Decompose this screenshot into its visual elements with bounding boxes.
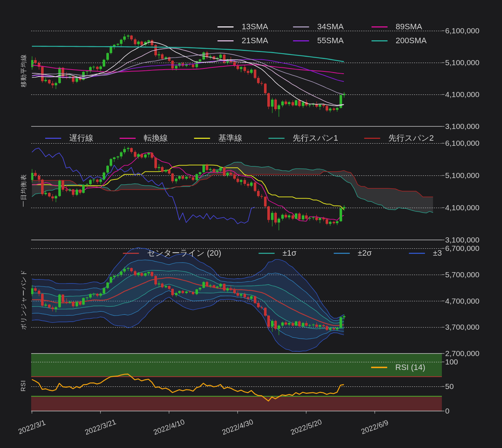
legend-label-rsi: RSI (14) bbox=[395, 363, 425, 372]
legend-item-sma89: 89SMA bbox=[371, 21, 426, 32]
legend-label-sma34: 34SMA bbox=[317, 22, 344, 32]
y-tick-label: 3,700,000 bbox=[445, 323, 479, 332]
chart-canvas bbox=[0, 0, 502, 448]
legend-label-center: センターライン (20) bbox=[147, 248, 221, 259]
legend-label-spanA: 先行スパン1 bbox=[293, 133, 338, 144]
y-tick-label: 6,100,000 bbox=[445, 26, 479, 35]
legend-swatch-sma34 bbox=[293, 26, 309, 27]
panel1-ylabel: 移動平均線 bbox=[19, 54, 28, 87]
legend-item-sma55: 55SMA bbox=[293, 35, 371, 46]
panel4-ylabel: RSI bbox=[20, 380, 27, 391]
legend-label-s1: ±1σ bbox=[283, 248, 297, 258]
y-tick-label: 0 bbox=[445, 407, 450, 415]
y-tick-label: 6,700,000 bbox=[445, 244, 479, 253]
legend-label-spanB: 先行スパン2 bbox=[388, 133, 434, 144]
legend-label-sma21: 21SMA bbox=[242, 36, 268, 45]
legend-item-kijun: 基準線 bbox=[194, 133, 242, 144]
legend-swatch-tenkan bbox=[120, 138, 136, 139]
legend-item-s2: ±2σ bbox=[334, 248, 372, 259]
y-tick-label: 4,700,000 bbox=[445, 296, 479, 305]
panel2-ylabel: 一目均衡表 bbox=[19, 174, 28, 207]
legend-item-chikou: 遅行線 bbox=[45, 133, 94, 144]
legend-item-center: センターライン (20) bbox=[123, 248, 221, 259]
y-tick-label: 50 bbox=[445, 382, 454, 391]
legend-swatch-s2 bbox=[334, 253, 350, 254]
legend-item-sma34: 34SMA bbox=[293, 21, 371, 32]
y-tick-label: 3,100,000 bbox=[445, 122, 479, 131]
legend-label-sma13: 13SMA bbox=[242, 22, 268, 32]
legend-label-sma200: 200SMA bbox=[396, 36, 426, 45]
legend-item-s3: ±3 bbox=[409, 248, 442, 259]
legend-moving-averages: 13SMA34SMA89SMA21SMA55SMA200SMA bbox=[217, 21, 426, 46]
legend-item-tenkan: 転換線 bbox=[120, 133, 168, 144]
legend-item-spanA: 先行スパン1 bbox=[268, 133, 338, 144]
y-tick-label: 5,100,000 bbox=[445, 171, 479, 180]
legend-label-s3: ±3 bbox=[433, 248, 442, 258]
legend-swatch-center bbox=[123, 253, 139, 254]
y-tick-label: 100 bbox=[445, 358, 458, 366]
y-tick-label: 5,700,000 bbox=[445, 270, 479, 279]
legend-label-sma55: 55SMA bbox=[317, 36, 344, 45]
y-tick-label: 4,100,000 bbox=[445, 203, 479, 212]
legend-label-kijun: 基準線 bbox=[218, 133, 242, 144]
y-tick-label: 3,100,000 bbox=[445, 236, 479, 244]
legend-label-chikou: 遅行線 bbox=[69, 133, 94, 144]
panel3-ylabel: ボリンジャーバンド bbox=[19, 269, 28, 330]
legend-swatch-sma200 bbox=[371, 40, 388, 41]
legend-swatch-chikou bbox=[45, 138, 61, 139]
legend-swatch-sma21 bbox=[217, 40, 234, 41]
y-tick-label: 5,100,000 bbox=[445, 58, 479, 67]
legend-rsi: RSI (14) bbox=[371, 362, 425, 373]
legend-swatch-sma13 bbox=[217, 26, 234, 27]
technical-analysis-figure: 移動平均線 一目均衡表 ボリンジャーバンド RSI 13SMA34SMA89SM… bbox=[0, 0, 502, 448]
legend-swatch-spanA bbox=[268, 138, 285, 139]
legend-item-sma21: 21SMA bbox=[217, 35, 293, 46]
legend-label-sma89: 89SMA bbox=[396, 22, 422, 32]
legend-ichimoku: 遅行線転換線基準線先行スパン1先行スパン2 bbox=[31, 133, 442, 144]
legend-swatch-s3 bbox=[409, 253, 425, 254]
legend-swatch-sma89 bbox=[371, 26, 388, 27]
legend-item-sma13: 13SMA bbox=[217, 21, 293, 32]
legend-item-spanB: 先行スパン2 bbox=[364, 133, 434, 144]
legend-item-sma200: 200SMA bbox=[371, 35, 426, 46]
legend-label-tenkan: 転換線 bbox=[144, 133, 168, 144]
legend-swatch-rsi bbox=[371, 367, 387, 368]
y-tick-label: 2,700,000 bbox=[445, 349, 479, 358]
legend-swatch-s1 bbox=[259, 253, 275, 254]
legend-label-s2: ±2σ bbox=[358, 248, 372, 258]
legend-swatch-kijun bbox=[194, 138, 210, 139]
legend-swatch-spanB bbox=[364, 138, 380, 139]
legend-item-rsi: RSI (14) bbox=[371, 362, 425, 373]
y-tick-label: 6,100,000 bbox=[445, 139, 479, 148]
legend-item-s1: ±1σ bbox=[259, 248, 297, 259]
legend-bollinger: センターライン (20)±1σ±2σ±3 bbox=[123, 248, 442, 259]
y-tick-label: 4,100,000 bbox=[445, 90, 479, 99]
legend-swatch-sma55 bbox=[293, 40, 309, 41]
